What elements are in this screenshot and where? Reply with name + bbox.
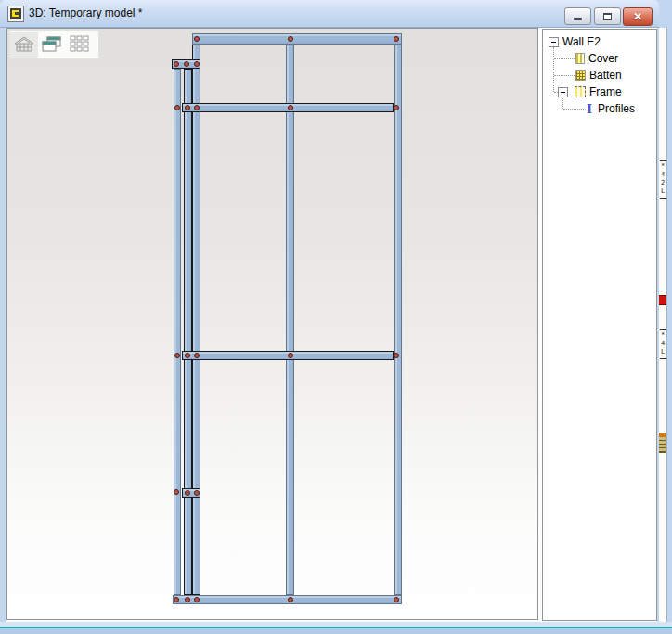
screw[interactable]	[288, 105, 293, 110]
top-plate[interactable]	[192, 33, 402, 45]
profiles-icon: I	[585, 103, 594, 115]
tree-item-profiles[interactable]: I Profiles	[543, 100, 657, 117]
dimension-label-upper: *42L	[659, 158, 666, 201]
tile-grid-icon	[70, 35, 90, 54]
dimension-tick	[660, 198, 666, 199]
screw[interactable]	[394, 353, 399, 358]
stud-left[interactable]	[174, 69, 181, 595]
app-icon-notch	[15, 12, 19, 15]
drawing-canvas[interactable]	[6, 28, 538, 620]
tree-label[interactable]: Cover	[588, 52, 618, 65]
frame-icon	[575, 86, 586, 97]
dimension-tick	[660, 329, 666, 330]
screw[interactable]	[194, 490, 200, 496]
dimension-label-lower: *4L	[659, 327, 666, 361]
screw[interactable]	[394, 105, 399, 110]
dimension-text: *4L	[661, 331, 665, 356]
model-tree-panel: Wall E2 Cover Batten Frame I Profi	[542, 29, 657, 621]
red-marker	[658, 295, 666, 305]
dimension-text: *42L	[661, 162, 665, 196]
model-tree: Wall E2 Cover Batten Frame I Profi	[543, 30, 656, 620]
tile-windows-button[interactable]	[66, 32, 94, 58]
screw[interactable]	[185, 353, 190, 358]
tree-item-wall-e2[interactable]: Wall E2	[543, 33, 657, 50]
cover-icon	[575, 53, 585, 64]
batten-icon	[575, 70, 586, 81]
screw[interactable]	[194, 105, 200, 110]
maximize-icon	[603, 13, 612, 20]
screw[interactable]	[174, 353, 180, 358]
collapse-icon[interactable]	[549, 37, 559, 47]
background-drawing-strip: *42L *4L	[659, 28, 667, 627]
screw[interactable]	[174, 61, 179, 67]
screw[interactable]	[394, 36, 399, 42]
cascade-windows-button[interactable]	[38, 32, 66, 58]
screw[interactable]	[174, 489, 179, 495]
view-toolbar	[9, 30, 99, 59]
screw[interactable]	[194, 61, 200, 67]
tree-label[interactable]: Profiles	[598, 102, 635, 115]
app-icon	[7, 6, 24, 22]
minimize-icon	[574, 18, 582, 20]
screw[interactable]	[288, 353, 293, 358]
titlebar[interactable]: 3D: Temporary model * ✕	[0, 0, 659, 28]
tree-label[interactable]: Wall E2	[562, 35, 601, 48]
dimension-tick	[660, 160, 666, 161]
screw[interactable]	[194, 36, 200, 42]
stud-double-b[interactable]	[192, 45, 200, 595]
window-title: 3D: Temporary model *	[29, 6, 143, 19]
frame-view-button[interactable]	[10, 32, 38, 58]
parent-bottom-border	[0, 628, 672, 634]
screw[interactable]	[288, 597, 293, 602]
model-window: 3D: Temporary model * ✕	[0, 0, 659, 627]
tree-label[interactable]: Frame	[589, 85, 622, 98]
cascade-windows-icon	[42, 36, 62, 53]
tree-item-cover[interactable]: Cover	[543, 50, 657, 67]
tree-item-frame[interactable]: Frame	[543, 84, 657, 100]
screw[interactable]	[288, 36, 293, 42]
stud-middle[interactable]	[286, 45, 294, 595]
house-frame-icon	[13, 35, 35, 54]
tree-label[interactable]: Batten	[589, 69, 622, 82]
stud-double-a[interactable]	[184, 69, 192, 595]
background-app-strip: *42L *4L	[659, 0, 672, 634]
screw[interactable]	[174, 105, 180, 110]
screw[interactable]	[174, 597, 179, 602]
screw[interactable]	[394, 597, 399, 602]
wall-section-hatch-marker	[658, 433, 666, 453]
screw[interactable]	[185, 105, 190, 110]
tree-item-batten[interactable]: Batten	[543, 67, 657, 84]
screw[interactable]	[194, 353, 200, 358]
close-icon: ✕	[624, 10, 652, 23]
screw[interactable]	[185, 597, 190, 602]
screw[interactable]	[194, 597, 200, 602]
stud-right[interactable]	[394, 45, 402, 595]
dimension-tick	[660, 358, 666, 359]
close-button[interactable]: ✕	[623, 7, 653, 26]
screw[interactable]	[184, 61, 189, 67]
screen: *42L *4L 3D: Temporary model *	[0, 0, 672, 634]
maximize-button[interactable]	[594, 7, 621, 25]
collapse-icon[interactable]	[558, 87, 568, 97]
minimize-button[interactable]	[564, 7, 591, 25]
screw[interactable]	[185, 490, 190, 496]
